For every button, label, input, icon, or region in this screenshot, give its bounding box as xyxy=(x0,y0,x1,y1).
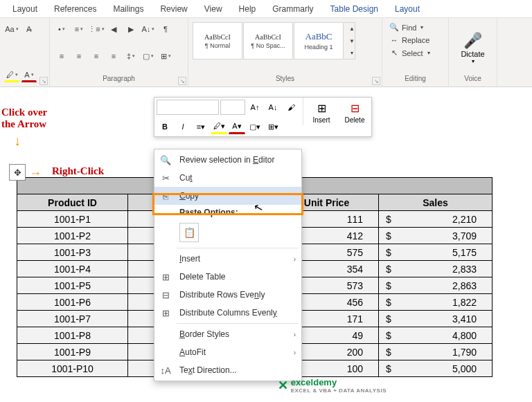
ribbon-tabs: Layout References Mailings Review View H… xyxy=(0,0,532,18)
cm-delete-table[interactable]: ⊞ Delete Table xyxy=(154,268,301,286)
highlight-btn[interactable]: 🖊 xyxy=(4,68,19,82)
microphone-icon: 🎤 xyxy=(463,32,482,50)
tab-references[interactable]: References xyxy=(47,1,103,17)
align-btn[interactable]: ≡▾ xyxy=(193,119,209,134)
cursor-icon: ↖ xyxy=(389,48,399,57)
select-button[interactable]: ↖Select▾ xyxy=(387,46,444,60)
font-size-btn[interactable]: Aa xyxy=(4,22,19,36)
paragraph-launcher-icon[interactable]: ↘ xyxy=(178,77,186,85)
styles-up-icon[interactable]: ▲ xyxy=(344,23,360,35)
shrink-font-icon[interactable]: A↓ xyxy=(265,100,281,115)
styles-launcher-icon[interactable]: ↘ xyxy=(372,77,380,85)
font-launcher-icon[interactable]: ↘ xyxy=(39,77,48,85)
styles-group: AaBbCcI ¶ Normal AaBbCcI ¶ No Spac... Aa… xyxy=(188,18,382,86)
align-left-btn[interactable]: ≡ xyxy=(54,49,69,63)
cm-review-editor[interactable]: 🔍 Review selection in Editor xyxy=(154,151,301,169)
scissors-icon: ✂ xyxy=(157,171,174,185)
header-sales: Sales xyxy=(379,194,493,211)
delete-icon: ⊟ xyxy=(351,102,360,115)
ribbon-body: Aa A̶ 🖊 A ↘ • ≡ ⋮≡ ◀ ▶ A↓ ¶ ≡ ≡ ≡ ≡ ‡ ▢ … xyxy=(0,18,532,87)
insert-btn[interactable]: ⊞Insert xyxy=(305,98,338,128)
header-product-id: Product ID xyxy=(17,194,128,211)
numbering-btn[interactable]: ≡ xyxy=(71,22,87,36)
style-normal[interactable]: AaBbCcI ¶ Normal xyxy=(193,22,242,60)
justify-btn[interactable]: ≡ xyxy=(106,49,121,63)
annotation-click-over: Click over the Arrow xyxy=(1,107,57,129)
bold-btn[interactable]: B xyxy=(157,119,173,134)
mini-toolbar: A↑ A↓ 🖌 B I ≡▾ 🖊▾ A▾ ▢▾ ⊞▾ ⊞Insert ⊟Dele… xyxy=(154,97,372,137)
chevron-right-icon: › xyxy=(294,255,296,263)
voice-group: 🎤 Dictate ▾ Voice xyxy=(449,18,497,86)
increase-indent-btn[interactable]: ▶ xyxy=(123,22,139,36)
grow-font-icon[interactable]: A↑ xyxy=(247,100,263,115)
dictate-button[interactable]: 🎤 Dictate ▾ xyxy=(453,21,493,75)
chevron-right-icon: › xyxy=(294,349,296,356)
replace-button[interactable]: ↔Replace xyxy=(387,34,444,46)
tab-layout[interactable]: Layout xyxy=(6,1,44,17)
dist-rows-icon: ⊟ xyxy=(157,288,174,302)
bullets-btn[interactable]: • xyxy=(54,22,69,36)
delete-btn[interactable]: ⊟Delete xyxy=(338,98,371,128)
highlight-mini-btn[interactable]: 🖊▾ xyxy=(211,119,227,134)
styles-more-icon[interactable]: ▾ xyxy=(344,47,360,59)
watermark: ✕ exceldemy EXCEL & VBA + DATA ANALYSIS xyxy=(278,377,387,394)
tab-table-design[interactable]: Table Design xyxy=(323,1,385,17)
cm-border-styles[interactable]: Border Styles › xyxy=(154,325,301,343)
paste-option-keep[interactable]: 📋 xyxy=(179,223,199,242)
style-heading1[interactable]: AaBbC Heading 1 xyxy=(294,22,344,60)
copy-icon: ⎘ xyxy=(157,189,174,203)
table-move-handle[interactable]: ✥ xyxy=(9,164,26,181)
cm-dist-rows[interactable]: ⊟ Distribute Rows Evenly xyxy=(154,286,301,304)
find-button[interactable]: 🔍Find▾ xyxy=(387,21,444,34)
decrease-indent-btn[interactable]: ◀ xyxy=(106,22,121,36)
paragraph-group: • ≡ ⋮≡ ◀ ▶ A↓ ¶ ≡ ≡ ≡ ≡ ‡ ▢ ⊞ Paragraph … xyxy=(50,18,188,86)
dist-cols-icon: ⊞ xyxy=(157,306,174,320)
line-spacing-btn[interactable]: ‡ xyxy=(123,49,139,63)
insert-icon: ⊞ xyxy=(317,102,326,115)
font-color-mini-btn[interactable]: A▾ xyxy=(229,119,245,134)
cm-dist-cols[interactable]: ⊞ Distribute Columns Evenly xyxy=(154,304,301,322)
shading-mini-btn[interactable]: ▢▾ xyxy=(247,119,263,134)
borders-btn[interactable]: ⊞ xyxy=(158,49,173,63)
annotation-arrow-down-icon: ↓ xyxy=(14,133,21,149)
font-group: Aa A̶ 🖊 A ↘ xyxy=(0,18,50,86)
cm-cut[interactable]: ✂ Cut xyxy=(154,169,301,187)
context-menu: 🔍 Review selection in Editor ✂ Cut ⎘ Cop… xyxy=(154,149,302,381)
voice-label: Voice xyxy=(453,75,493,84)
cm-autofit[interactable]: AutoFit › xyxy=(154,343,301,361)
multilevel-btn[interactable]: ⋮≡ xyxy=(89,22,104,36)
shading-btn[interactable]: ▢ xyxy=(141,49,156,63)
tab-mailings[interactable]: Mailings xyxy=(106,1,150,17)
borders-mini-btn[interactable]: ⊞▾ xyxy=(265,119,281,134)
align-center-btn[interactable]: ≡ xyxy=(71,49,87,63)
clear-format-btn[interactable]: A̶ xyxy=(21,22,37,36)
tab-layout-2[interactable]: Layout xyxy=(388,1,427,17)
cm-paste-heading: Paste Options: xyxy=(154,205,301,220)
font-color-btn[interactable]: A xyxy=(21,68,37,82)
sort-btn[interactable]: A↓ xyxy=(141,22,156,36)
annotation-right-click: Right-Click xyxy=(52,165,104,177)
styles-label: Styles xyxy=(193,75,378,84)
mini-size-select[interactable] xyxy=(220,100,245,115)
mini-font-select[interactable] xyxy=(157,100,219,115)
style-nospacing[interactable]: AaBbCcI ¶ No Spac... xyxy=(243,22,293,60)
annotation-arrow-right-icon: → xyxy=(29,166,42,181)
tab-help[interactable]: Help xyxy=(232,1,263,17)
tab-grammarly[interactable]: Grammarly xyxy=(265,1,320,17)
editing-group: 🔍Find▾ ↔Replace ↖Select▾ Editing xyxy=(382,18,449,86)
align-right-btn[interactable]: ≡ xyxy=(89,49,104,63)
format-painter-icon[interactable]: 🖌 xyxy=(283,100,299,115)
styles-down-icon[interactable]: ▼ xyxy=(344,35,360,47)
paragraph-label: Paragraph xyxy=(54,75,184,84)
search-icon: 🔍 xyxy=(389,23,399,32)
italic-btn[interactable]: I xyxy=(175,119,191,134)
tab-view[interactable]: View xyxy=(197,1,229,17)
chevron-right-icon: › xyxy=(294,331,296,338)
delete-table-icon: ⊞ xyxy=(157,270,174,284)
editing-label: Editing xyxy=(387,75,444,84)
cm-copy[interactable]: ⎘ Copy xyxy=(154,187,301,205)
cm-insert[interactable]: Insert › xyxy=(154,250,301,268)
review-icon: 🔍 xyxy=(157,153,174,167)
tab-review[interactable]: Review xyxy=(153,1,194,17)
show-marks-btn[interactable]: ¶ xyxy=(158,22,173,36)
